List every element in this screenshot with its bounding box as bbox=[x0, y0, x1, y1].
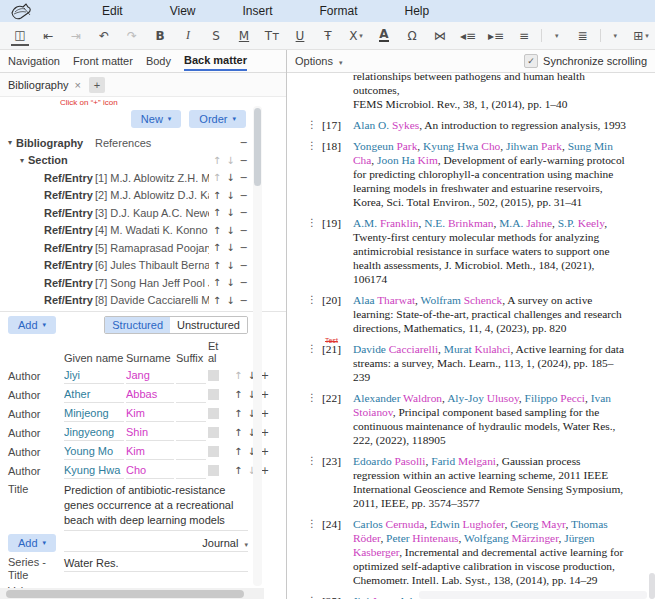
tree-row-ref-entry[interactable]: Ref/Entry [6] Jules Thibault Bernard ↑ ↓… bbox=[0, 257, 286, 275]
bib-entry[interactable]: ⋮ [22] Alexander Waldron, Aly-Joy Ulusoy… bbox=[307, 391, 629, 447]
author-given-name[interactable]: Carlos bbox=[353, 518, 386, 530]
tab-body[interactable]: Body bbox=[146, 52, 171, 70]
merge-fields-icon[interactable]: ⋈ bbox=[431, 26, 449, 46]
left-vertical-scrollbar[interactable] bbox=[253, 106, 262, 586]
remove-icon[interactable]: − bbox=[240, 225, 248, 236]
move-up-icon[interactable]: ↑ bbox=[213, 190, 221, 201]
add-row-icon[interactable]: + bbox=[261, 427, 269, 438]
author-surname[interactable]: Pecci bbox=[560, 392, 585, 404]
author-given-name[interactable]: M.A. bbox=[499, 217, 526, 229]
add-author-button[interactable]: Add ▾ bbox=[8, 316, 56, 334]
suffix-field[interactable] bbox=[176, 425, 206, 441]
menu-item-format[interactable]: Format bbox=[320, 4, 358, 18]
move-up-icon[interactable]: ↑ bbox=[234, 408, 242, 419]
remove-icon[interactable]: − bbox=[240, 172, 248, 183]
move-down-icon[interactable]: ↓ bbox=[226, 260, 234, 271]
bib-entry[interactable]: ⋮ [17] Alan O. Sykes, An introduction to… bbox=[307, 118, 629, 132]
et-al-checkbox[interactable] bbox=[208, 370, 219, 381]
author-given-name[interactable]: Filippo bbox=[525, 392, 561, 404]
ref-entry-value[interactable]: [4] M. Wadati K. Konno Y.I bbox=[95, 224, 209, 236]
move-down-icon[interactable]: ↓ bbox=[226, 190, 234, 201]
menu-item-edit[interactable]: Edit bbox=[102, 4, 123, 18]
author-surname[interactable]: Kasberger bbox=[353, 546, 399, 558]
author-given-name[interactable]: Kyung Hwa bbox=[423, 140, 481, 152]
author-surname[interactable]: Cha bbox=[353, 154, 371, 166]
add-row-icon[interactable]: + bbox=[261, 408, 269, 419]
tree-expand-icon[interactable]: ▾ bbox=[8, 138, 12, 147]
author-surname[interactable]: Märzinger bbox=[512, 532, 559, 544]
et-al-checkbox[interactable] bbox=[208, 446, 219, 457]
tab-front-matter[interactable]: Front matter bbox=[73, 52, 133, 70]
suffix-field[interactable] bbox=[176, 463, 206, 479]
move-down-icon[interactable]: ↓ bbox=[226, 277, 234, 288]
surname-field[interactable]: Kim bbox=[126, 406, 174, 422]
tree-row-ref-entry[interactable]: Ref/Entry [3] D.J. Kaup A.C. Newell ↑ ↓ … bbox=[0, 204, 286, 222]
author-surname[interactable]: Lughofer bbox=[462, 518, 504, 530]
mode-tab-unstructured[interactable]: Unstructured bbox=[170, 317, 247, 333]
surname-field[interactable]: Cho bbox=[126, 463, 174, 479]
move-up-icon[interactable]: ↑ bbox=[234, 370, 242, 381]
add-row-icon[interactable]: + bbox=[261, 446, 269, 457]
move-up-icon[interactable]: ↑ bbox=[234, 427, 242, 438]
remove-icon[interactable]: − bbox=[240, 155, 248, 166]
undo-icon[interactable]: ↶ bbox=[95, 26, 113, 46]
author-surname[interactable]: Brinkman bbox=[448, 217, 494, 229]
author-surname[interactable]: Jahne bbox=[526, 217, 552, 229]
author-given-name[interactable]: Georg bbox=[510, 518, 541, 530]
author-given-name[interactable]: Yongeun bbox=[353, 140, 396, 152]
add-field-button[interactable]: Add ▾ bbox=[8, 534, 56, 552]
author-surname[interactable]: Kulahci bbox=[474, 343, 510, 355]
author-surname[interactable]: Melgani bbox=[458, 455, 496, 467]
author-given-name[interactable]: Sung Min bbox=[568, 140, 613, 152]
bold-icon[interactable]: B bbox=[151, 26, 169, 46]
author-given-name[interactable]: A.M. bbox=[353, 217, 380, 229]
redo-icon[interactable]: ↷ bbox=[123, 26, 141, 46]
reference-type-field[interactable]: Journal ▾ bbox=[64, 535, 248, 552]
author-surname[interactable]: Mayr bbox=[541, 518, 565, 530]
right-vertical-scrollbar[interactable] bbox=[649, 573, 655, 599]
author-surname[interactable]: Cacciarelli bbox=[389, 343, 438, 355]
et-al-checkbox[interactable] bbox=[208, 465, 219, 476]
author-surname[interactable]: Franklin bbox=[380, 217, 419, 229]
bullet-list-icon[interactable]: ≡ bbox=[515, 26, 533, 46]
tab-navigation[interactable]: Navigation bbox=[8, 52, 60, 70]
ref-entry-value[interactable]: [8] Davide Cacciarelli Mur bbox=[95, 294, 209, 306]
font-color-icon[interactable]: A bbox=[375, 26, 393, 46]
go-next-icon[interactable]: ⇥ bbox=[67, 26, 85, 46]
author-given-name[interactable]: Aly-Joy bbox=[447, 392, 487, 404]
move-up-icon[interactable]: ↑ bbox=[234, 389, 242, 400]
author-given-name[interactable]: Edwin bbox=[430, 518, 463, 530]
given-name-field[interactable]: Jiyi bbox=[64, 368, 124, 384]
move-up-icon[interactable]: ↑ bbox=[213, 207, 221, 218]
tree-row-ref-entry[interactable]: Ref/Entry [1] M.J. Ablowitz Z.H. Mus ↑ ↓… bbox=[0, 169, 286, 187]
remove-icon[interactable]: − bbox=[240, 242, 248, 253]
overstrike-icon[interactable]: Ŧ bbox=[319, 26, 337, 46]
script-icon[interactable]: X▾ bbox=[347, 26, 365, 46]
author-surname[interactable]: Stoianov bbox=[353, 406, 393, 418]
drag-handle-icon[interactable]: ⋮ bbox=[307, 594, 319, 599]
math-mode-icon[interactable]: M bbox=[235, 26, 253, 46]
drag-handle-icon[interactable]: ⋮ bbox=[307, 216, 319, 286]
bib-entry[interactable]: ⋮ [18] Yongeun Park, Kyung Hwa Cho, Jihw… bbox=[307, 139, 629, 209]
drag-handle-icon[interactable]: ⋮ bbox=[307, 454, 319, 510]
italic-icon[interactable]: I bbox=[179, 26, 197, 46]
move-down-icon[interactable]: ↓ bbox=[226, 155, 234, 166]
move-up-icon[interactable]: ↑ bbox=[213, 155, 221, 166]
special-character-icon[interactable]: Ω bbox=[403, 26, 421, 46]
author-surname[interactable]: Cernuda bbox=[386, 518, 425, 530]
move-up-icon[interactable]: ↑ bbox=[213, 172, 221, 183]
underline-icon[interactable]: U bbox=[291, 26, 309, 46]
drag-handle-icon[interactable]: ⋮ bbox=[307, 391, 319, 447]
remove-icon[interactable]: − bbox=[240, 137, 248, 148]
author-surname[interactable]: Waldron bbox=[403, 392, 442, 404]
indent-icon[interactable]: ▸≡ bbox=[487, 26, 505, 46]
remove-icon[interactable]: − bbox=[240, 295, 248, 306]
tree-row-bibliography[interactable]: ▾ Bibliography References − bbox=[0, 134, 286, 152]
tree-row-ref-entry[interactable]: Ref/Entry [2] M.J. Ablowitz D.J. Kau ↑ ↓… bbox=[0, 187, 286, 205]
suffix-field[interactable] bbox=[176, 387, 206, 403]
ref-entry-value[interactable]: [2] M.J. Ablowitz D.J. Kau bbox=[95, 189, 209, 201]
mode-tab-structured[interactable]: Structured bbox=[105, 317, 170, 333]
author-surname[interactable]: Park bbox=[541, 140, 562, 152]
add-row-icon[interactable]: + bbox=[261, 370, 269, 381]
author-surname[interactable]: Sykes bbox=[392, 119, 419, 131]
